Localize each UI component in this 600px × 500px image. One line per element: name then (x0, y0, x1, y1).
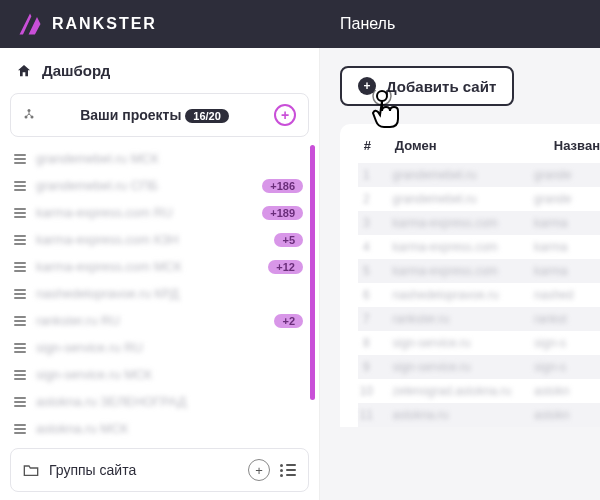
brand-name: RANKSTER (52, 15, 157, 33)
drag-icon[interactable] (14, 397, 26, 407)
project-name: karma-express.com МСК (36, 259, 258, 274)
row-domain: karma-express.com (392, 264, 516, 278)
row-name: karma (534, 240, 600, 254)
project-name: astokna.ru МСК (36, 421, 303, 436)
table-row[interactable]: 10zelenograd.astokna.ruastokn (358, 379, 600, 403)
row-domain: grandemebel.ru (392, 168, 516, 182)
groups-label: Группы сайта (49, 462, 238, 478)
drag-icon[interactable] (14, 262, 26, 272)
drag-icon[interactable] (14, 424, 26, 434)
table-row[interactable]: 9sign-service.rusign-s (358, 355, 600, 379)
row-name: karma (534, 264, 600, 278)
project-item[interactable]: sign-service.ru RU (10, 334, 315, 361)
site-groups[interactable]: Группы сайта + (10, 448, 309, 492)
project-name: karma-express.com RU (36, 205, 252, 220)
drag-icon[interactable] (14, 289, 26, 299)
tree-icon (23, 108, 35, 123)
row-num: 11 (358, 408, 374, 422)
project-name: sign-service.ru МСК (36, 367, 303, 382)
project-badge: +5 (274, 233, 303, 247)
table-row[interactable]: 6nashedelopravoe.runashed (358, 283, 600, 307)
header-title: Панель (320, 0, 600, 48)
project-item[interactable]: sign-service.ru МСК (10, 361, 315, 388)
scrollbar[interactable] (310, 145, 315, 400)
project-name: nashedelopravoe.ru КРД (36, 286, 303, 301)
drag-icon[interactable] (14, 208, 26, 218)
col-domain: Домен (395, 138, 536, 153)
table-row[interactable]: 4karma-express.comkarma (358, 235, 600, 259)
svg-point-0 (28, 109, 31, 112)
project-item[interactable]: rankster.ru RU+2 (10, 307, 315, 334)
row-name: astokn (534, 384, 600, 398)
drag-icon[interactable] (14, 235, 26, 245)
list-view-icon[interactable] (280, 464, 296, 477)
project-item[interactable]: nashedelopravoe.ru КРД (10, 280, 315, 307)
table-row[interactable]: 3karma-express.comkarma (358, 211, 600, 235)
table-row[interactable]: 2grandemebel.rugrande (358, 187, 600, 211)
projects-header[interactable]: Ваши проекты 16/20 + (10, 93, 309, 137)
row-num: 1 (358, 168, 374, 182)
project-name: sign-service.ru RU (36, 340, 303, 355)
dashboard-label: Дашборд (42, 62, 110, 79)
content: + Добавить сайт # Домен Назван 1grandeme… (320, 48, 600, 500)
row-name: sign-s (534, 336, 600, 350)
project-name: grandemebel.ru СПБ (36, 178, 252, 193)
drag-icon[interactable] (14, 154, 26, 164)
table-row[interactable]: 8sign-service.rusign-s (358, 331, 600, 355)
plus-icon: + (358, 77, 376, 95)
drag-icon[interactable] (14, 370, 26, 380)
add-group-button[interactable]: + (248, 459, 270, 481)
row-num: 6 (358, 288, 374, 302)
drag-icon[interactable] (14, 181, 26, 191)
projects-label: Ваши проекты 16/20 (45, 107, 264, 123)
row-num: 5 (358, 264, 374, 278)
row-domain: grandemebel.ru (392, 192, 516, 206)
table-row[interactable]: 1grandemebel.rugrande (358, 163, 600, 187)
row-name: grande (534, 168, 600, 182)
row-num: 9 (358, 360, 374, 374)
add-site-button[interactable]: + Добавить сайт (340, 66, 514, 106)
table-row[interactable]: 7rankster.rurankst (358, 307, 600, 331)
brand-logo-icon (16, 10, 44, 38)
project-badge: +186 (262, 179, 303, 193)
drag-icon[interactable] (14, 343, 26, 353)
row-domain: rankster.ru (392, 312, 516, 326)
table-row[interactable]: 5karma-express.comkarma (358, 259, 600, 283)
drag-icon[interactable] (14, 316, 26, 326)
row-domain: sign-service.ru (392, 360, 516, 374)
project-item[interactable]: astokna.ru МСК (10, 415, 315, 440)
home-icon (16, 63, 32, 79)
project-item[interactable]: karma-express.com МСК+12 (10, 253, 315, 280)
brand[interactable]: RANKSTER (0, 0, 320, 48)
projects-count-badge: 16/20 (185, 109, 229, 123)
project-badge: +189 (262, 206, 303, 220)
row-domain: nashedelopravoe.ru (392, 288, 516, 302)
project-badge: +12 (268, 260, 303, 274)
project-item[interactable]: karma-express.com КЗН+5 (10, 226, 315, 253)
row-domain: zelenograd.astokna.ru (392, 384, 516, 398)
row-domain: karma-express.com (392, 240, 516, 254)
project-badge: +2 (274, 314, 303, 328)
project-list: grandemebel.ru МСКgrandemebel.ru СПБ+186… (0, 145, 319, 440)
sidebar: Дашборд Ваши проекты 16/20 + grandemebel… (0, 48, 320, 500)
row-name: astokn (534, 408, 600, 422)
row-num: 4 (358, 240, 374, 254)
table-header: # Домен Назван (358, 138, 600, 163)
project-item[interactable]: grandemebel.ru СПБ+186 (10, 172, 315, 199)
row-num: 7 (358, 312, 374, 326)
col-num: # (358, 138, 377, 153)
sites-table: # Домен Назван 1grandemebel.rugrande2gra… (340, 124, 600, 427)
row-num: 8 (358, 336, 374, 350)
row-name: rankst (534, 312, 600, 326)
add-site-label: Добавить сайт (386, 78, 496, 95)
add-project-button[interactable]: + (274, 104, 296, 126)
nav-dashboard[interactable]: Дашборд (0, 48, 319, 93)
project-item[interactable]: grandemebel.ru МСК (10, 145, 315, 172)
project-item[interactable]: karma-express.com RU+189 (10, 199, 315, 226)
row-name: nashed (534, 288, 600, 302)
project-item[interactable]: astokna.ru ЗЕЛЕНОГРАД (10, 388, 315, 415)
table-row[interactable]: 11astokna.ruastokn (358, 403, 600, 427)
project-name: karma-express.com КЗН (36, 232, 264, 247)
col-name: Назван (554, 138, 600, 153)
row-name: sign-s (534, 360, 600, 374)
